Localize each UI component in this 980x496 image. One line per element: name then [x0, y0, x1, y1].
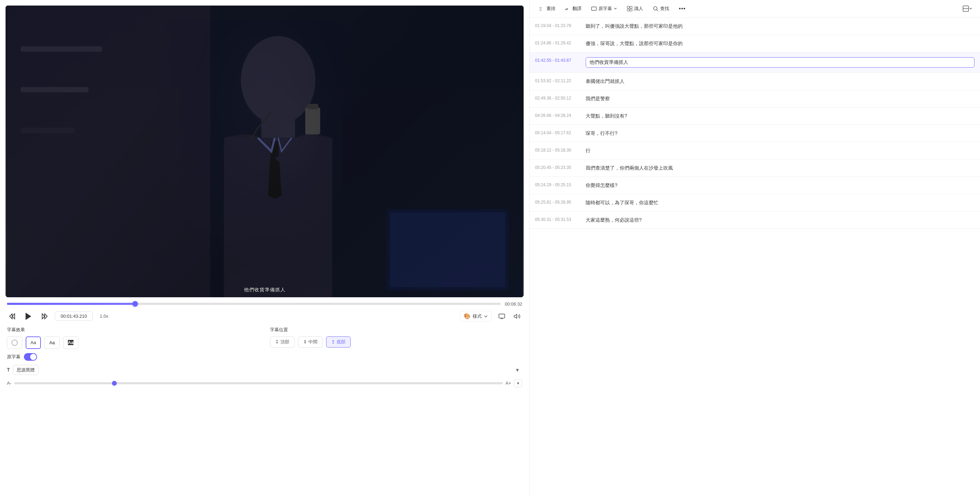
recognize-label: 識人 [634, 6, 643, 12]
font-icon: T [7, 367, 10, 373]
effect-normal-option[interactable]: Aa [25, 337, 41, 349]
total-time-display: 00:06:32 [505, 301, 523, 306]
original-subtitle-row: 原字幕 [6, 353, 523, 361]
subtitle-item[interactable]: 04:26.66 - 04:28.24大聲點，聽到沒有? [530, 107, 980, 125]
translate-icon: ⇄ [565, 6, 571, 11]
subtitle-time: 01:24.86 - 01:29.42 [535, 40, 580, 45]
subtitle-text: 你覺得怎麼樣? [585, 182, 974, 189]
translate-label: 翻譯 [573, 6, 581, 12]
screen-icon [498, 313, 505, 320]
font-select[interactable]: 思源黑體 新細明體 標楷體 [13, 365, 38, 375]
style-button[interactable]: 🎨 重排 樣式 [460, 311, 492, 322]
svg-rect-9 [305, 107, 320, 134]
volume-icon [514, 313, 520, 320]
svg-rect-7 [261, 118, 295, 138]
subtitle-item[interactable]: 05:30.31 - 05:31.53大家這麼熟，何必說這些? [530, 212, 980, 229]
subtitle-text: 我們查清楚了，你們兩個人在沙發上吹風 [585, 164, 974, 172]
subtitle-text: 隨時都可以，為了琛哥，你這麼忙 [585, 199, 974, 206]
subtitle-text: 泰國佬出門就抓人 [585, 78, 974, 85]
screen-icon-button[interactable] [496, 311, 507, 322]
position-bottom-button[interactable]: ↥ 底部 [326, 337, 351, 348]
subtitle-text: 傻強，琛哥說，大聲點，說那些可家印是你的 [585, 40, 974, 47]
progress-bar[interactable] [7, 303, 501, 305]
subtitle-item[interactable]: 05:14.04 - 05:17.62琛哥，行不行? [530, 125, 980, 142]
subtitle-time: 05:14.04 - 05:17.62 [535, 130, 580, 135]
subtitle-text: 聽到了，叫傻強說大聲點，那些可家印是他的 [585, 22, 974, 30]
original-subtitle-toolbar-button[interactable]: 原字幕 [587, 3, 621, 14]
controls-section: 00:06:32 1.0x 🎨 [6, 301, 523, 322]
subtitle-effect-label: 字幕效果 [7, 327, 259, 333]
video-container: 他們收貨準備抓人 [6, 6, 523, 297]
original-subtitle-toggle[interactable] [24, 353, 37, 361]
subtitle-time: 02:49.36 - 02:50.12 [535, 95, 580, 100]
original-subtitle-toolbar-label: 原字幕 [598, 6, 612, 12]
effect-outline-option[interactable]: Aa [63, 337, 78, 349]
subtitle-item[interactable]: 01:19.04 - 01:23.78聽到了，叫傻強說大聲點，那些可家印是他的 [530, 18, 980, 35]
subtitle-list: 01:19.04 - 01:23.78聽到了，叫傻強說大聲點，那些可家印是他的0… [530, 18, 980, 496]
subtitle-item[interactable]: 05:24.29 - 05:25.15你覺得怎麼樣? [530, 177, 980, 194]
subtitle-item[interactable]: 02:49.36 - 02:50.12我們是警察 [530, 90, 980, 107]
subtitle-time: 01:53.92 - 02:11.22 [535, 78, 580, 83]
video-svg-scene [6, 6, 523, 297]
rearrange-icon: Ξ [539, 6, 545, 11]
subtitle-time: 05:30.31 - 05:31.53 [535, 217, 580, 222]
right-toolbar: Ξ 重排 ⇄ 翻譯 原字幕 識人 [530, 0, 980, 18]
rewind-button[interactable] [7, 311, 18, 322]
recognize-icon [627, 6, 632, 11]
svg-text:Ξ: Ξ [539, 6, 542, 11]
progress-bar-fill [7, 303, 135, 305]
svg-rect-14 [499, 314, 505, 318]
svg-point-25 [654, 6, 657, 10]
effect-none-option[interactable] [7, 337, 22, 349]
video-subtitle-text: 他們收貨準備抓人 [244, 287, 286, 293]
size-dropdown-button[interactable]: ▾ [514, 379, 522, 388]
subtitle-time: 05:20.45 - 05:23.35 [535, 164, 580, 170]
svg-marker-13 [25, 313, 31, 320]
svg-rect-5 [21, 128, 75, 133]
subtitle-text: 大聲點，聽到沒有? [585, 112, 974, 120]
subtitle-text: 琛哥，行不行? [585, 130, 974, 137]
subtitle-item[interactable]: 05:20.45 - 05:23.35我們查清楚了，你們兩個人在沙發上吹風 [530, 159, 980, 177]
subtitle-item[interactable]: 05:25.81 - 05:28.95隨時都可以，為了琛哥，你這麼忙 [530, 194, 980, 212]
size-slider-bg [14, 382, 503, 384]
volume-button[interactable] [512, 311, 522, 322]
size-slider[interactable] [14, 382, 503, 384]
recognize-button[interactable]: 識人 [623, 3, 648, 14]
subtitle-time: 05:25.81 - 05:28.95 [535, 199, 580, 205]
position-top-label: 頂部 [280, 339, 290, 345]
subtitle-item[interactable]: 01:53.92 - 02:11.22泰國佬出門就抓人 [530, 73, 980, 90]
style-chevron-icon [484, 314, 488, 318]
subtitle-position-col: 字幕位置 ↧ 頂部 ⇕ 中間 ↥ 底部 [270, 327, 523, 349]
position-middle-button[interactable]: ⇕ 中間 [298, 337, 323, 348]
subtitle-item[interactable]: 01:24.86 - 01:29.42傻強，琛哥說，大聲點，說那些可家印是你的 [530, 35, 980, 53]
effect-shadow-text: Aa [49, 340, 55, 345]
speed-button[interactable]: 1.0x [98, 312, 111, 320]
rewind-icon [8, 313, 16, 320]
position-top-icon: ↧ [275, 339, 279, 344]
subtitle-text: 大家這麼熟，何必說這些? [585, 217, 974, 224]
font-select-wrapper: 思源黑體 新細明體 標楷體 [13, 365, 523, 375]
more-button[interactable]: ••• [675, 3, 690, 14]
forward-button[interactable] [40, 311, 50, 322]
subtitle-item[interactable]: 01:42.55 - 01:43.87 [530, 53, 980, 73]
time-input[interactable] [55, 311, 93, 321]
play-icon [24, 311, 33, 321]
settings-section: 字幕效果 Aa Aa Aa 字幕位置 [6, 327, 523, 349]
size-max-label: A+ [506, 381, 511, 386]
translate-button[interactable]: ⇄ 翻譯 [561, 3, 585, 14]
subtitle-item[interactable]: 05:18.12 - 05:18.30行 [530, 142, 980, 159]
effect-shadow-option[interactable]: Aa [45, 337, 60, 349]
subtitle-text-input[interactable] [585, 57, 974, 68]
left-panel: 他們收貨準備抓人 00:06:32 [0, 0, 529, 496]
effect-normal-text: Aa [30, 340, 36, 345]
progress-thumb [132, 301, 138, 306]
svg-rect-10 [307, 104, 318, 110]
rearrange-button[interactable]: Ξ 重排 [535, 3, 560, 14]
play-button[interactable] [22, 310, 35, 322]
layout-button[interactable] [961, 3, 974, 14]
position-top-button[interactable]: ↧ 頂部 [270, 337, 294, 348]
video-player[interactable]: 他們收貨準備抓人 [6, 6, 523, 297]
original-subtitle-toolbar-icon [591, 6, 597, 11]
search-label: 查找 [660, 6, 669, 12]
search-button[interactable]: 查找 [649, 3, 673, 14]
